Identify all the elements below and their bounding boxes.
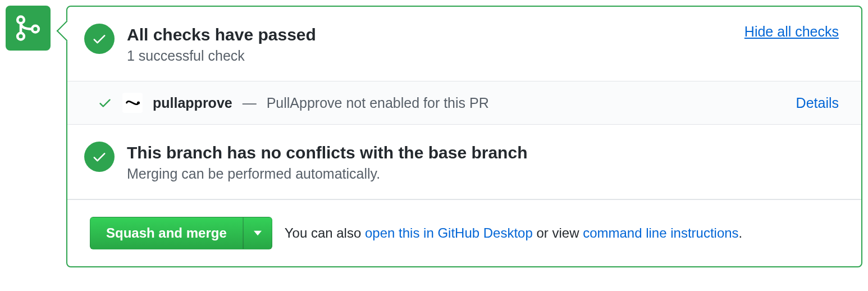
cli-instructions-link[interactable]: command line instructions — [583, 225, 738, 240]
check-icon — [92, 149, 107, 165]
check-app-avatar — [122, 93, 143, 113]
toggle-checks-link[interactable]: Hide all checks — [744, 24, 839, 40]
check-details-link[interactable]: Details — [796, 95, 839, 111]
open-desktop-link[interactable]: open this in GitHub Desktop — [365, 225, 533, 240]
git-merge-icon — [13, 13, 43, 43]
pullapprove-icon — [125, 95, 140, 111]
check-icon — [92, 31, 107, 47]
merge-status-badge — [6, 6, 51, 51]
checks-summary-section: All checks have passed 1 successful chec… — [67, 7, 861, 81]
conflicts-section: This branch has no conflicts with the ba… — [67, 125, 861, 199]
conflicts-title: This branch has no conflicts with the ba… — [127, 142, 839, 163]
merge-panel: All checks have passed 1 successful chec… — [66, 6, 862, 267]
check-icon — [98, 96, 112, 110]
check-separator: — — [243, 95, 257, 111]
check-item-row: pullapprove — PullApprove not enabled fo… — [67, 81, 861, 125]
merge-footer: Squash and merge You can also open this … — [67, 199, 861, 266]
merge-options-dropdown[interactable] — [243, 217, 272, 249]
conflicts-text: This branch has no conflicts with the ba… — [127, 142, 839, 182]
check-description: PullApprove not enabled for this PR — [267, 95, 489, 111]
checks-summary-text: All checks have passed 1 successful chec… — [127, 24, 839, 64]
svg-point-2 — [32, 26, 39, 33]
checks-summary-subtitle: 1 successful check — [127, 48, 839, 64]
check-app-name: pullapprove — [153, 95, 232, 111]
footer-suffix: . — [739, 225, 743, 240]
footer-middle: or view — [533, 225, 583, 240]
checks-summary-title: All checks have passed — [127, 24, 839, 46]
svg-point-3 — [137, 101, 140, 104]
merge-button-group: Squash and merge — [90, 217, 272, 249]
pr-merge-container: All checks have passed 1 successful chec… — [6, 6, 862, 267]
conflicts-subtitle: Merging can be performed automatically. — [127, 166, 839, 182]
caret-down-icon — [254, 230, 262, 236]
success-status-icon — [84, 24, 115, 54]
footer-prefix: You can also — [285, 225, 365, 240]
success-status-icon — [84, 142, 115, 172]
svg-point-0 — [17, 17, 24, 24]
merge-footer-text: You can also open this in GitHub Desktop… — [285, 225, 743, 241]
svg-point-1 — [17, 33, 24, 40]
squash-merge-button[interactable]: Squash and merge — [90, 217, 243, 249]
